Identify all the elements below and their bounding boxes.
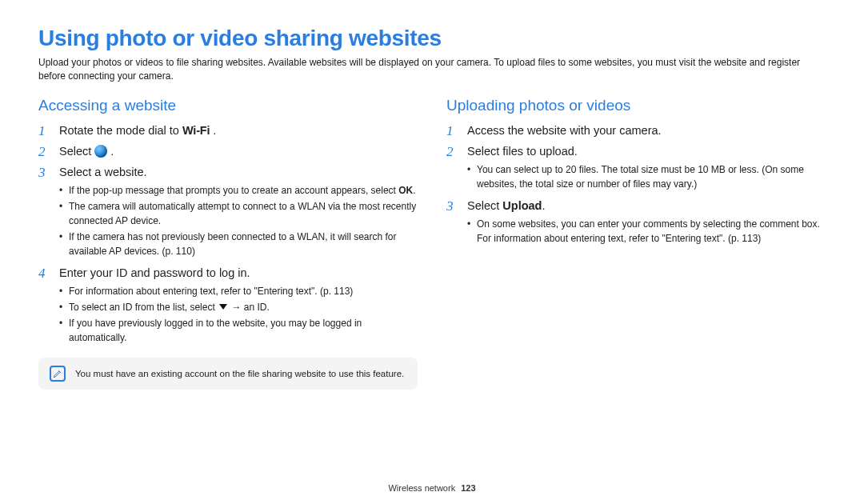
note-box: You must have an existing account on the… bbox=[38, 358, 418, 390]
step4-text: Enter your ID and password to log in. bbox=[59, 265, 250, 282]
step-number: 2 bbox=[446, 143, 459, 161]
down-triangle-icon bbox=[219, 304, 227, 310]
col-uploading: Uploading photos or videos 1 Access the … bbox=[446, 97, 826, 390]
bullet: You can select up to 20 files. The total… bbox=[467, 162, 826, 191]
note-icon bbox=[50, 366, 66, 382]
rstep2-bullets: You can select up to 20 files. The total… bbox=[467, 162, 826, 191]
step2-text-b: . bbox=[107, 145, 114, 158]
bullet: The camera will automatically attempt to… bbox=[59, 199, 418, 228]
page-title: Using photo or video sharing websites bbox=[38, 26, 826, 51]
globe-icon bbox=[94, 145, 107, 158]
step-number: 4 bbox=[38, 265, 51, 282]
bullet: For information about entering text, ref… bbox=[59, 284, 418, 298]
step-number: 3 bbox=[38, 164, 51, 182]
step2-text: Select bbox=[59, 145, 94, 158]
heading-uploading: Uploading photos or videos bbox=[446, 97, 826, 114]
intro-text: Upload your photos or videos to file sha… bbox=[38, 56, 826, 84]
bullet: To select an ID from the list, select → … bbox=[59, 300, 418, 314]
step3-text: Select a website. bbox=[59, 164, 147, 182]
footer-page: 123 bbox=[461, 483, 475, 493]
step-1: 1 Rotate the mode dial to Wi-Fi . bbox=[38, 122, 418, 140]
col-accessing: Accessing a website 1 Rotate the mode di… bbox=[38, 97, 418, 390]
bullet: If you have previously logged in to the … bbox=[59, 316, 418, 345]
pencil-icon bbox=[53, 369, 62, 378]
rstep-3: 3 Select Upload. bbox=[446, 198, 826, 215]
step-number: 3 bbox=[446, 198, 459, 215]
rstep3-text-b: . bbox=[542, 199, 545, 212]
wifi-label: Wi-Fi bbox=[182, 124, 210, 137]
note-text: You must have an existing account on the… bbox=[75, 369, 404, 378]
bullet: If the camera has not previously been co… bbox=[59, 230, 418, 258]
heading-accessing: Accessing a website bbox=[38, 97, 418, 114]
bullet: On some websites, you can enter your com… bbox=[467, 217, 826, 246]
footer-label: Wireless network bbox=[388, 483, 455, 493]
rstep3-bullets: On some websites, you can enter your com… bbox=[467, 217, 826, 246]
footer: Wireless network 123 bbox=[0, 483, 864, 493]
rstep1-text: Access the website with your camera. bbox=[467, 122, 662, 140]
rstep2-text: Select files to upload. bbox=[467, 143, 578, 161]
step-4: 4 Enter your ID and password to log in. bbox=[38, 265, 418, 282]
rstep-2: 2 Select files to upload. bbox=[446, 143, 826, 161]
step-number: 2 bbox=[38, 143, 51, 161]
upload-label: Upload bbox=[502, 199, 542, 212]
step-number: 1 bbox=[38, 122, 51, 140]
rstep-1: 1 Access the website with your camera. bbox=[446, 122, 826, 140]
step-3: 3 Select a website. bbox=[38, 164, 418, 182]
rstep3-text-a: Select bbox=[467, 199, 502, 212]
step1-text-b: . bbox=[210, 124, 216, 137]
step-number: 1 bbox=[446, 122, 459, 140]
bullet: If the pop-up message that prompts you t… bbox=[59, 183, 418, 198]
step-2: 2 Select . bbox=[38, 143, 418, 161]
step4-bullets: For information about entering text, ref… bbox=[59, 284, 418, 345]
step1-text-a: Rotate the mode dial to bbox=[59, 124, 182, 137]
step3-bullets: If the pop-up message that prompts you t… bbox=[59, 183, 418, 258]
